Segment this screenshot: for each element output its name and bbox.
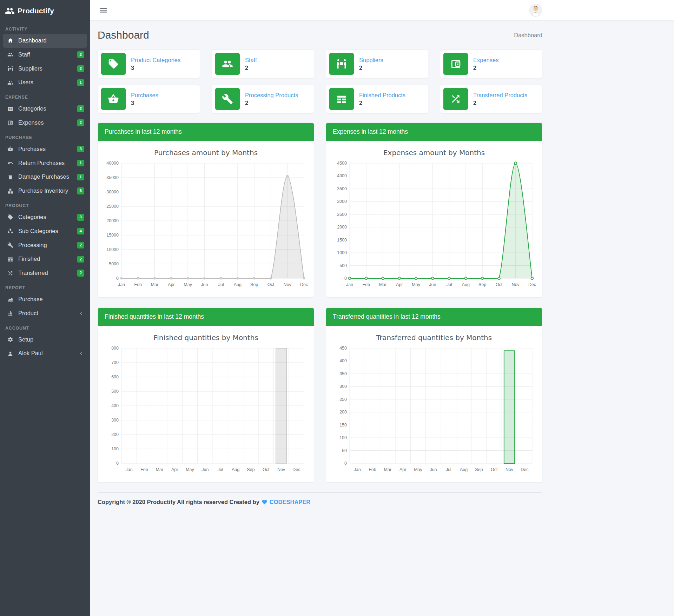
stat-card-value: 2 <box>245 65 257 71</box>
stat-card-value: 2 <box>359 65 383 71</box>
svg-text:Feb: Feb <box>362 282 370 287</box>
svg-text:Sep: Sep <box>250 282 258 287</box>
svg-text:Jul: Jul <box>218 467 223 472</box>
sidebar-item-product[interactable]: Product <box>0 306 90 320</box>
sidebar-item-finished[interactable]: Finished2 <box>0 252 90 266</box>
sidebar-item-categories[interactable]: Categories2 <box>0 102 90 116</box>
sidebar-item-setup[interactable]: Setup <box>0 333 90 347</box>
user-avatar[interactable] <box>529 4 542 17</box>
svg-text:Jan: Jan <box>126 467 133 472</box>
chart-1: 0500010000150002000025000300003500040000… <box>103 160 309 292</box>
svg-text:Dec: Dec <box>300 282 308 287</box>
sidebar-toggle-button[interactable] <box>98 4 110 16</box>
sidebar-item-label: Expenses <box>18 119 44 126</box>
stat-card-value: 2 <box>473 100 527 106</box>
sidebar-item-processing[interactable]: Processing2 <box>0 238 90 252</box>
sidebar-item-users[interactable]: Users1 <box>0 75 90 90</box>
svg-text:100: 100 <box>111 446 119 451</box>
app-name: Productify <box>18 7 54 15</box>
svg-text:Apr: Apr <box>396 282 403 287</box>
sidebar-nav: ACTIVITYDashboardStaff2Suppliers2Users1E… <box>0 21 90 360</box>
count-badge: 2 <box>77 256 84 263</box>
count-badge: 2 <box>77 105 84 112</box>
svg-text:Dec: Dec <box>292 467 300 472</box>
navbar-inner <box>98 4 542 17</box>
count-badge: 1 <box>77 174 84 181</box>
svg-text:800: 800 <box>111 346 119 351</box>
svg-text:700: 700 <box>111 360 119 365</box>
page-content: Dashboard Dashboard Product Categories3S… <box>90 20 542 519</box>
codeshaper-link[interactable]: CODESHAPER <box>270 499 310 505</box>
svg-text:15000: 15000 <box>106 233 119 238</box>
sidebar-item-purchase-inventory[interactable]: Purchase Inventory6 <box>0 184 90 198</box>
stat-card-title: Processing Products <box>245 92 298 99</box>
panel-header: Transferred quantities in last 12 months <box>326 308 542 326</box>
sidebar-item-dashboard[interactable]: Dashboard <box>3 34 87 48</box>
svg-text:0: 0 <box>116 461 119 466</box>
app-root: Productify ACTIVITYDashboardStaff2Suppli… <box>0 0 674 616</box>
sidebar-item-expenses[interactable]: Expenses2 <box>0 116 90 130</box>
sidebar-item-staff[interactable]: Staff2 <box>0 48 90 62</box>
sidebar-item-purchase[interactable]: Purchase <box>0 292 90 306</box>
chart-title: Purchases amount by Months <box>103 148 309 157</box>
svg-text:May: May <box>186 467 194 472</box>
basket-icon <box>101 88 126 110</box>
sidebar-item-label: Purchase <box>18 296 43 303</box>
svg-text:10000: 10000 <box>106 247 119 252</box>
svg-text:Sep: Sep <box>475 467 483 472</box>
sidebar-item-label: Staff <box>18 51 30 58</box>
sidebar-item-transferred[interactable]: Transferred2 <box>0 266 90 280</box>
undo-icon <box>7 160 14 166</box>
svg-text:350: 350 <box>339 371 347 376</box>
count-badge: 4 <box>77 228 84 235</box>
svg-text:1000: 1000 <box>337 250 347 255</box>
app-logo[interactable]: Productify <box>0 0 90 21</box>
wrench-icon <box>215 88 240 110</box>
user-friends-icon <box>7 80 14 86</box>
panel-header: Purcahses in last 12 months <box>98 123 314 141</box>
stat-card-value: 2 <box>359 100 405 106</box>
svg-text:Jan: Jan <box>346 282 353 287</box>
panel-body: Expenses amount by Months050010001500200… <box>326 141 542 297</box>
svg-text:Oct: Oct <box>267 282 275 287</box>
stat-card-title: Suppliers <box>359 57 383 64</box>
sidebar-item-label: Processing <box>18 242 47 249</box>
svg-text:Nov: Nov <box>284 282 292 287</box>
svg-text:200: 200 <box>111 432 119 437</box>
svg-text:Apr: Apr <box>168 282 174 287</box>
svg-text:Aug: Aug <box>232 467 239 472</box>
svg-text:4000: 4000 <box>337 173 347 178</box>
svg-text:Mar: Mar <box>156 467 164 472</box>
stat-card-value: 2 <box>245 100 298 106</box>
breadcrumb[interactable]: Dashboard <box>514 32 542 39</box>
nav-section-label-expense: EXPENSE <box>0 90 90 102</box>
list-alt-icon <box>7 106 14 112</box>
svg-text:5000: 5000 <box>109 261 119 266</box>
heart-icon <box>262 499 267 505</box>
sidebar-item-alok-paul[interactable]: Alok Paul <box>0 346 90 360</box>
sidebar-item-return-purchases[interactable]: Return Purchases1 <box>0 156 90 170</box>
chart-4: 050100150200250300350400450JanFebMarAprM… <box>331 345 537 477</box>
sidebar-item-categories[interactable]: Categories3 <box>0 210 90 224</box>
svg-text:Mar: Mar <box>384 467 392 472</box>
stat-card-body: Transferred Products2 <box>473 92 527 106</box>
sidebar-item-label: Transferred <box>18 270 48 277</box>
svg-text:Feb: Feb <box>140 467 148 472</box>
sidebar-item-label: Setup <box>18 336 33 343</box>
svg-text:Nov: Nov <box>277 467 285 472</box>
sidebar-item-label: Return Purchases <box>18 160 65 167</box>
svg-text:Oct: Oct <box>496 282 503 287</box>
svg-text:300: 300 <box>339 384 347 389</box>
count-badge: 2 <box>77 270 84 277</box>
stat-card-body: Processing Products2 <box>245 92 298 106</box>
sidebar-item-sub-categories[interactable]: Sub Categories4 <box>0 224 90 238</box>
sidebar-item-damage-purchases[interactable]: Damage Purchases1 <box>0 170 90 184</box>
svg-text:Sep: Sep <box>478 282 486 287</box>
sidebar-item-purchases[interactable]: Purchases3 <box>0 142 90 156</box>
svg-text:Feb: Feb <box>369 467 376 472</box>
chart-panel-3: Finished quantities in last 12 monthsFin… <box>98 307 314 483</box>
sidebar-item-suppliers[interactable]: Suppliers2 <box>0 62 90 76</box>
svg-text:Jul: Jul <box>447 282 452 287</box>
stat-card-value: 3 <box>131 100 158 106</box>
shuffle-icon <box>443 88 468 110</box>
